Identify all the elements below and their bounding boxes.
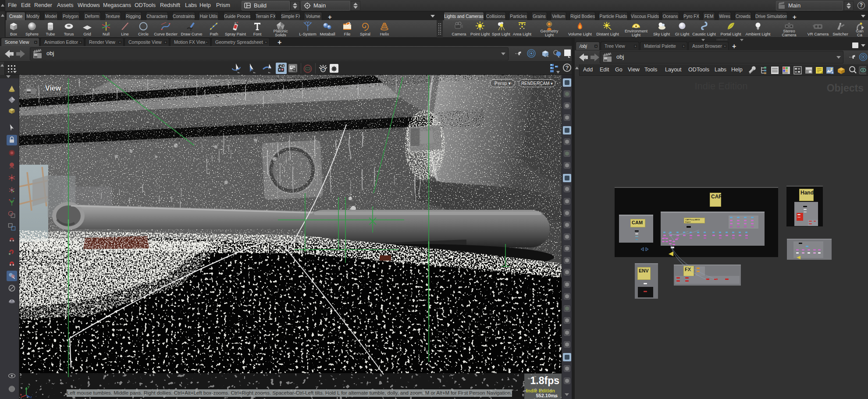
svg-text:x: x (20, 392, 21, 396)
svg-text:z: z (30, 395, 32, 399)
svg-text:y: y (28, 385, 29, 388)
